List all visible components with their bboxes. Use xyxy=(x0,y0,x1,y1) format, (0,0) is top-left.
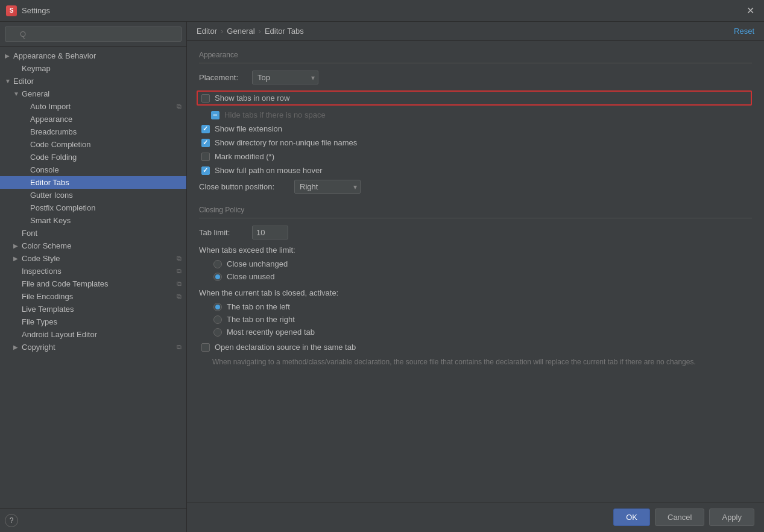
sidebar-item-copyright[interactable]: ▶ Copyright ⧉ xyxy=(0,341,186,353)
footer: OK Cancel Apply xyxy=(187,502,764,532)
sidebar-item-file-encodings[interactable]: File Encodings ⧉ xyxy=(0,290,186,303)
sidebar-item-inspections[interactable]: Inspections ⧉ xyxy=(0,265,186,277)
sidebar-item-breadcrumbs[interactable]: Breadcrumbs xyxy=(0,125,186,138)
show-full-path-label[interactable]: Show full path on mouse hover xyxy=(215,166,323,175)
close-unchanged-row: Close unchanged xyxy=(211,259,752,268)
hide-tabs-checkbox[interactable] xyxy=(211,111,219,119)
placement-row: Placement: Top Bottom Left Right None xyxy=(199,71,752,84)
sidebar-item-android-layout-editor[interactable]: Android Layout Editor xyxy=(0,328,186,341)
breadcrumb-bar: Editor › General › Editor Tabs Reset xyxy=(187,22,764,41)
show-tabs-one-row-row: Show tabs in one row xyxy=(197,90,752,106)
tree-area: ▶ Appearance & Behavior Keymap ▼ Editor … xyxy=(0,47,186,508)
sidebar-item-auto-import[interactable]: Auto Import ⧉ xyxy=(0,100,186,113)
sidebar-item-editor[interactable]: ▼ Editor xyxy=(0,75,186,87)
copy-icon-4: ⧉ xyxy=(177,280,182,288)
breadcrumb-sep-2: › xyxy=(259,27,261,36)
sidebar-item-file-code-templates[interactable]: File and Code Templates ⧉ xyxy=(0,277,186,290)
sidebar-item-font[interactable]: Font xyxy=(0,227,186,239)
ok-button[interactable]: OK xyxy=(613,508,650,526)
close-unused-label[interactable]: Close unused xyxy=(227,272,275,281)
search-box: 🔍 xyxy=(0,22,186,47)
show-file-extension-row: Show file extension xyxy=(199,124,752,133)
tab-left-row: The tab on the left xyxy=(211,302,752,311)
when-closed-text: When the current tab is closed, activate… xyxy=(199,288,338,297)
most-recently-row: Most recently opened tab xyxy=(211,328,752,337)
tab-right-label[interactable]: The tab on the right xyxy=(227,315,295,324)
when-closed-options: The tab on the left The tab on the right… xyxy=(199,302,752,337)
sidebar: 🔍 ▶ Appearance & Behavior Keymap ▼ Edito… xyxy=(0,22,187,532)
close-button-select-wrapper: Right Left Hidden xyxy=(294,180,361,194)
show-file-extension-checkbox[interactable] xyxy=(201,125,210,133)
tab-left-label[interactable]: The tab on the left xyxy=(227,302,290,311)
close-button-select[interactable]: Right Left Hidden xyxy=(294,180,361,194)
tab-limit-label: Tab limit: xyxy=(199,228,247,237)
sidebar-item-console[interactable]: Console xyxy=(0,163,186,176)
sidebar-item-gutter-icons[interactable]: Gutter Icons xyxy=(0,189,186,201)
most-recently-radio[interactable] xyxy=(213,328,222,337)
sidebar-item-postfix-completion[interactable]: Postfix Completion xyxy=(0,201,186,214)
copy-icon: ⧉ xyxy=(177,103,182,110)
show-tabs-one-row-label[interactable]: Show tabs in one row xyxy=(215,93,289,103)
appearance-section-header: Appearance xyxy=(199,51,752,63)
placement-select-wrapper: Top Bottom Left Right None xyxy=(252,71,318,84)
copy-icon-6: ⧉ xyxy=(177,343,182,351)
tab-left-radio[interactable] xyxy=(213,303,222,311)
app-icon: S xyxy=(6,5,17,16)
sidebar-item-live-templates[interactable]: Live Templates xyxy=(0,303,186,315)
show-tabs-one-row-checkbox[interactable] xyxy=(201,94,210,103)
show-full-path-checkbox[interactable] xyxy=(201,166,210,175)
help-button[interactable]: ? xyxy=(5,514,18,527)
placement-label: Placement: xyxy=(199,73,247,82)
open-declaration-checkbox[interactable] xyxy=(201,343,210,352)
tab-right-radio[interactable] xyxy=(213,315,222,324)
breadcrumb-general: General xyxy=(227,27,254,36)
sidebar-item-appearance-behavior[interactable]: ▶ Appearance & Behavior xyxy=(0,49,186,62)
sidebar-item-editor-tabs[interactable]: Editor Tabs xyxy=(0,176,186,189)
cancel-button[interactable]: Cancel xyxy=(655,508,704,526)
sidebar-item-code-folding[interactable]: Code Folding xyxy=(0,151,186,163)
reset-link[interactable]: Reset xyxy=(734,27,754,36)
title-bar: S Settings ✕ xyxy=(0,0,764,22)
breadcrumb-editor: Editor xyxy=(197,27,217,36)
tab-limit-input[interactable] xyxy=(252,226,288,239)
search-wrapper: 🔍 xyxy=(5,27,182,42)
close-unchanged-radio[interactable] xyxy=(213,260,222,268)
close-unused-row: Close unused xyxy=(211,272,752,281)
show-full-path-row: Show full path on mouse hover xyxy=(199,166,752,175)
most-recently-label[interactable]: Most recently opened tab xyxy=(227,328,315,337)
close-button-row: Close button position: Right Left Hidden xyxy=(199,180,752,194)
mark-modified-label[interactable]: Mark modified (*) xyxy=(215,152,274,161)
sidebar-item-smart-keys[interactable]: Smart Keys xyxy=(0,214,186,227)
close-button[interactable]: ✕ xyxy=(743,4,758,17)
close-unchanged-label[interactable]: Close unchanged xyxy=(227,259,288,268)
closing-policy-section-header: Closing Policy xyxy=(199,206,752,218)
sidebar-bottom: ? xyxy=(0,508,186,532)
breadcrumb: Editor › General › Editor Tabs xyxy=(197,27,304,36)
show-file-extension-label[interactable]: Show file extension xyxy=(215,124,282,133)
placement-select[interactable]: Top Bottom Left Right None xyxy=(252,71,318,84)
sidebar-item-color-scheme[interactable]: ▶ Color Scheme xyxy=(0,239,186,252)
sidebar-item-appearance[interactable]: Appearance xyxy=(0,113,186,125)
open-declaration-label[interactable]: Open declaration source in the same tab xyxy=(215,343,356,352)
mark-modified-checkbox[interactable] xyxy=(201,153,210,161)
search-input[interactable] xyxy=(5,27,182,42)
sidebar-item-code-completion[interactable]: Code Completion xyxy=(0,138,186,151)
sidebar-item-keymap[interactable]: Keymap xyxy=(0,62,186,75)
main-content: 🔍 ▶ Appearance & Behavior Keymap ▼ Edito… xyxy=(0,22,764,532)
close-button-label: Close button position: xyxy=(199,182,289,191)
window-title: Settings xyxy=(22,6,50,15)
tab-right-row: The tab on the right xyxy=(211,315,752,324)
show-directory-label[interactable]: Show directory for non-unique file names xyxy=(215,138,357,147)
breadcrumb-editor-tabs: Editor Tabs xyxy=(265,27,304,36)
copy-icon-2: ⧉ xyxy=(177,255,182,262)
sidebar-item-file-types[interactable]: File Types xyxy=(0,315,186,328)
open-declaration-row: Open declaration source in the same tab xyxy=(199,343,752,352)
sidebar-item-code-style[interactable]: ▶ Code Style ⧉ xyxy=(0,252,186,265)
apply-button[interactable]: Apply xyxy=(709,508,754,526)
hide-tabs-label[interactable]: Hide tabs if there is no space xyxy=(224,110,326,119)
show-directory-checkbox[interactable] xyxy=(201,139,210,147)
when-exceed-label: When tabs exceed the limit: xyxy=(199,245,752,255)
close-unused-radio[interactable] xyxy=(213,273,222,281)
exceed-options: Close unchanged Close unused xyxy=(199,259,752,281)
sidebar-item-general[interactable]: ▼ General xyxy=(0,87,186,100)
